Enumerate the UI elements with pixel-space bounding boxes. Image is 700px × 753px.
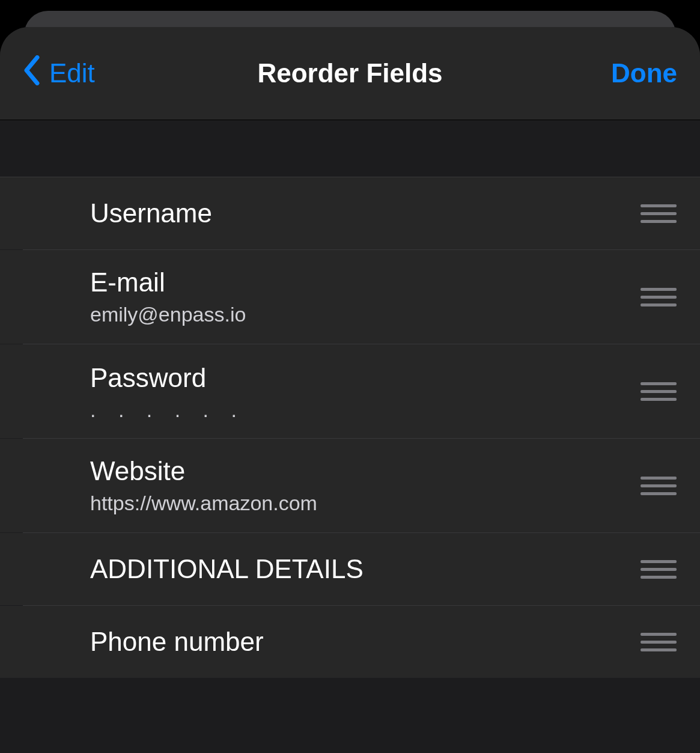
- section-spacer: [0, 120, 700, 177]
- field-label: Password: [90, 362, 640, 394]
- drag-handle-icon[interactable]: [640, 204, 677, 223]
- drag-handle-icon[interactable]: [640, 477, 677, 495]
- field-label: Website: [90, 456, 640, 487]
- field-label: E-mail: [90, 267, 640, 299]
- back-button[interactable]: Edit: [23, 55, 95, 91]
- field-label: ADDITIONAL DETAILS: [90, 553, 640, 585]
- field-row-additional-details[interactable]: ADDITIONAL DETAILS: [0, 533, 700, 605]
- field-label: Username: [90, 198, 640, 230]
- field-row-phone-number[interactable]: Phone number: [0, 606, 700, 678]
- modal-sheet: Edit Reorder Fields Done Username E-mail…: [0, 27, 700, 753]
- chevron-left-icon: [23, 55, 41, 91]
- drag-handle-icon[interactable]: [640, 288, 677, 306]
- field-value: emily@enpass.io: [90, 302, 640, 327]
- page-title: Reorder Fields: [257, 58, 442, 88]
- field-row-website[interactable]: Website https://www.amazon.com: [0, 439, 700, 532]
- field-row-password[interactable]: Password . . . . . .: [0, 344, 700, 438]
- drag-handle-icon[interactable]: [640, 633, 677, 651]
- field-value-masked: . . . . . .: [90, 397, 640, 420]
- field-value: https://www.amazon.com: [90, 491, 640, 516]
- navigation-bar: Edit Reorder Fields Done: [0, 27, 700, 120]
- done-button[interactable]: Done: [611, 58, 677, 88]
- done-button-label: Done: [611, 58, 677, 88]
- drag-handle-icon[interactable]: [640, 560, 677, 579]
- field-label: Phone number: [90, 626, 640, 658]
- content-area: Username E-mail emily@enpass.io Password…: [0, 120, 700, 753]
- field-row-username[interactable]: Username: [0, 177, 700, 249]
- field-row-email[interactable]: E-mail emily@enpass.io: [0, 250, 700, 344]
- drag-handle-icon[interactable]: [640, 382, 677, 401]
- back-button-label: Edit: [49, 58, 95, 88]
